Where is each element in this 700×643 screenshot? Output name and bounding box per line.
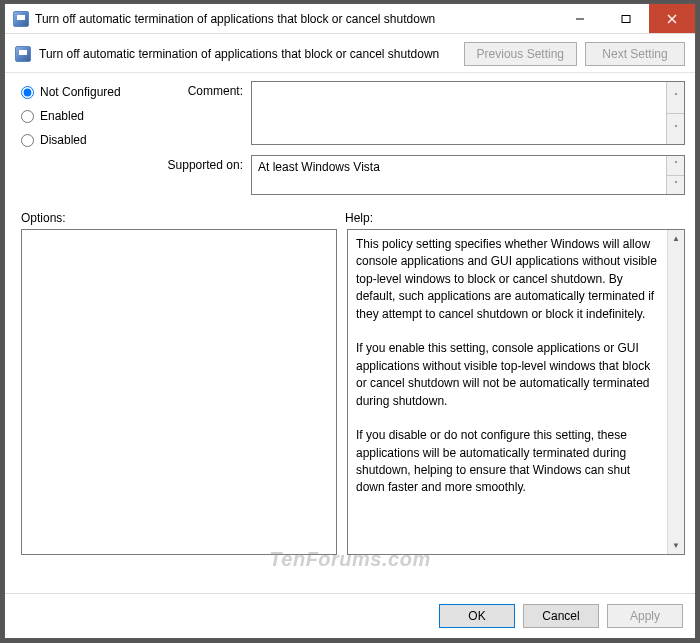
- panels-row: This policy setting specifies whether Wi…: [5, 229, 695, 555]
- help-content: This policy setting specifies whether Wi…: [348, 230, 667, 554]
- options-label: Options:: [21, 211, 345, 225]
- radio-not-configured[interactable]: Not Configured: [21, 85, 161, 99]
- window-controls: [557, 4, 695, 33]
- options-panel: [21, 229, 337, 555]
- maximize-button[interactable]: [603, 4, 649, 33]
- policy-editor-window: Turn off automatic termination of applic…: [4, 3, 696, 639]
- radio-not-configured-label: Not Configured: [40, 85, 121, 99]
- client-area: Turn off automatic termination of applic…: [5, 34, 695, 638]
- policy-icon: [15, 46, 31, 62]
- fields-col: Comment: ˄ ˅ Supported on: At least Wind…: [161, 81, 685, 205]
- cancel-button[interactable]: Cancel: [523, 604, 599, 628]
- supported-label: Supported on:: [161, 155, 251, 195]
- radio-enabled-label: Enabled: [40, 109, 84, 123]
- comment-spin: ˄ ˅: [666, 82, 684, 144]
- supported-spin-down[interactable]: ˅: [667, 176, 684, 195]
- comment-spin-down[interactable]: ˅: [667, 114, 684, 145]
- radio-enabled-input[interactable]: [21, 110, 34, 123]
- supported-spin: ˄ ˅: [666, 156, 684, 194]
- comment-label: Comment:: [161, 81, 251, 145]
- svg-rect-1: [622, 15, 630, 22]
- titlebar[interactable]: Turn off automatic termination of applic…: [5, 4, 695, 34]
- app-icon: [13, 11, 29, 27]
- radio-disabled[interactable]: Disabled: [21, 133, 161, 147]
- panel-labels: Options: Help:: [5, 205, 695, 229]
- scroll-up-icon[interactable]: ▲: [668, 230, 684, 247]
- policy-title: Turn off automatic termination of applic…: [39, 47, 454, 61]
- policy-header: Turn off automatic termination of applic…: [5, 34, 695, 73]
- close-button[interactable]: [649, 4, 695, 33]
- radio-not-configured-input[interactable]: [21, 86, 34, 99]
- help-panel: This policy setting specifies whether Wi…: [347, 229, 685, 555]
- next-setting-button[interactable]: Next Setting: [585, 42, 685, 66]
- state-radio-group: Not Configured Enabled Disabled: [21, 81, 161, 205]
- supported-value: At least Windows Vista: [252, 156, 666, 194]
- supported-field: At least Windows Vista ˄ ˅: [251, 155, 685, 195]
- radio-enabled[interactable]: Enabled: [21, 109, 161, 123]
- radio-disabled-input[interactable]: [21, 134, 34, 147]
- ok-button[interactable]: OK: [439, 604, 515, 628]
- options-content: [22, 230, 336, 554]
- help-scrollbar[interactable]: ▲ ▼: [667, 230, 684, 554]
- previous-setting-button[interactable]: Previous Setting: [464, 42, 577, 66]
- config-area: Not Configured Enabled Disabled Comment:: [5, 73, 695, 205]
- window-title: Turn off automatic termination of applic…: [35, 12, 557, 26]
- comment-spin-up[interactable]: ˄: [667, 82, 684, 114]
- supported-spin-up[interactable]: ˄: [667, 156, 684, 176]
- comment-value[interactable]: [252, 82, 666, 144]
- minimize-button[interactable]: [557, 4, 603, 33]
- dialog-footer: OK Cancel Apply: [5, 593, 695, 638]
- radio-disabled-label: Disabled: [40, 133, 87, 147]
- scroll-down-icon[interactable]: ▼: [668, 537, 684, 554]
- apply-button[interactable]: Apply: [607, 604, 683, 628]
- comment-field[interactable]: ˄ ˅: [251, 81, 685, 145]
- help-label: Help:: [345, 211, 373, 225]
